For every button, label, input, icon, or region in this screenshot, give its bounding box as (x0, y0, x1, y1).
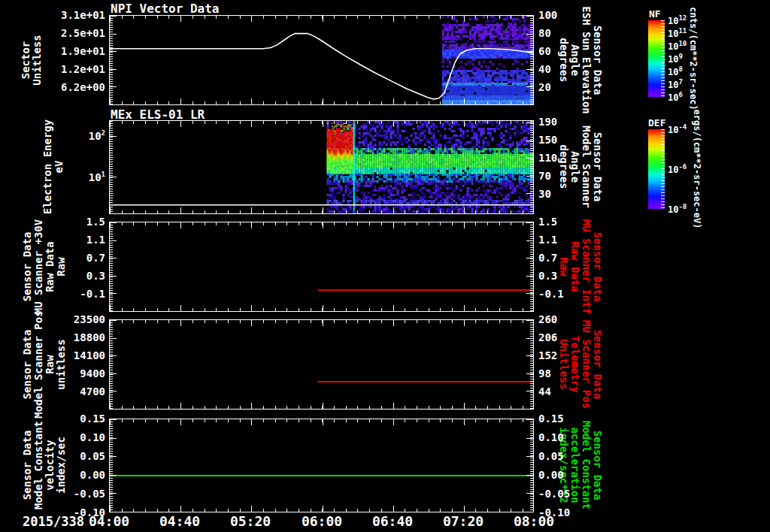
y-tick-label: 98 (538, 367, 551, 379)
y-tick-label: 0.00 (0, 469, 105, 481)
y-major-tick (526, 456, 533, 457)
y-tick-label: 0.15 (0, 413, 105, 425)
axis-tick-marks (110, 320, 113, 409)
axis-tick-marks (530, 16, 533, 104)
y-tick-label: 40 (538, 63, 551, 75)
y-tick-label: 3.1e+01 (0, 9, 105, 21)
axis-label-line: Sensor Data (592, 352, 603, 532)
y-major-tick (110, 391, 117, 391)
plot-panel-5 (109, 419, 534, 512)
y-major-tick (526, 320, 533, 321)
y-tick-label: 0.05 (0, 450, 105, 462)
y-major-tick (526, 438, 533, 439)
colorbar-tick-ruler (661, 20, 665, 97)
y-major-tick (110, 16, 117, 17)
colorbar-tick-label: 106 (668, 91, 683, 103)
axis-tick-marks (530, 419, 533, 512)
colorbar-def-unit: ergs/(cm**2-sr-sec-eV) (692, 56, 702, 282)
axis-tick-marks (110, 121, 113, 213)
y-major-tick (110, 276, 117, 277)
axis-tick-marks (110, 207, 533, 213)
y-major-tick (110, 69, 117, 70)
y-major-tick (110, 419, 117, 420)
axis-tick-marks (110, 16, 533, 22)
y-tick-label: 4700 (0, 385, 105, 397)
y-tick-label: 44 (538, 385, 551, 397)
y-major-tick (526, 193, 533, 194)
axis-tick-marks (110, 98, 533, 104)
axis-tick-marks (110, 419, 113, 512)
y-major-tick (110, 373, 117, 374)
y-tick-label: 0.7 (538, 252, 557, 264)
colorbar-tick-ruler (661, 129, 665, 209)
axis-label-line: Model Constant (581, 352, 592, 532)
axis-tick-marks (110, 222, 533, 228)
plot-figure: NPI Vector Data MEx ELS-01 LR 3.1e+012.5… (0, 0, 770, 532)
y-major-tick (110, 240, 117, 241)
y-major-tick (526, 258, 533, 258)
elevation-angle-curve (110, 16, 533, 104)
x-tick-label: 06:40 (362, 513, 423, 529)
y-major-tick (110, 51, 117, 52)
colorbar-def (648, 129, 665, 209)
y-tick-label: 70 (538, 170, 551, 182)
y-major-tick (526, 34, 533, 35)
axis-tick-marks (530, 222, 533, 311)
y-major-tick (526, 176, 533, 177)
y-tick-label: 1.1 (538, 234, 557, 246)
y-tick-label: -0.10 (0, 506, 105, 518)
y-tick-label: 110 (538, 152, 557, 164)
y-major-tick (526, 338, 533, 339)
y-tick-label: 0.05 (538, 450, 564, 462)
y-major-tick (526, 69, 533, 70)
y-tick-label: 1.2e+01 (0, 63, 105, 75)
x-tick-label: 05:20 (220, 513, 280, 529)
y-major-tick (526, 419, 533, 420)
colorbar-tick-label: 107 (668, 78, 683, 90)
y-tick-label: -0.05 (538, 488, 570, 500)
axis-tick-marks (110, 419, 533, 425)
colorbar-tick-label: 1012 (668, 14, 687, 26)
data-line-4 (318, 381, 533, 382)
colorbar-tick-label: 10-6 (668, 163, 687, 175)
colorbar-tick-label: 108 (668, 65, 683, 77)
y-tick-label: 1.1 (0, 234, 105, 246)
y-tick-label: 0.3 (0, 270, 105, 282)
y-tick-label: -0.10 (538, 506, 570, 518)
y-tick-label: 102 (0, 129, 105, 142)
colorbar-def-title: DEF (648, 117, 665, 128)
colorbar-tick-label: 10-4 (668, 123, 687, 135)
x-tick-label: 04:40 (150, 513, 210, 529)
plot-panel-4 (109, 319, 534, 410)
y-tick-label: 206 (538, 331, 557, 343)
axis-label-line: acceleration (569, 352, 581, 532)
y-tick-label: 0.15 (538, 413, 564, 425)
y-tick-label: 2.5e+01 (0, 27, 105, 39)
y-tick-label: 18800 (0, 331, 105, 343)
data-line-3 (318, 289, 533, 291)
plot-panel-3 (109, 222, 534, 312)
y-major-tick (110, 136, 117, 137)
y-major-tick (526, 86, 533, 87)
y-tick-label: -0.1 (0, 288, 105, 300)
axis-tick-marks (110, 403, 533, 409)
y-tick-label: 30 (538, 188, 551, 200)
y-major-tick (526, 141, 533, 141)
y-major-tick (110, 34, 117, 35)
y-major-tick (526, 240, 533, 241)
data-line-5 (110, 475, 533, 476)
y-tick-label: 80 (538, 27, 551, 39)
y-tick-label: 6.2e+00 (0, 81, 105, 93)
spectrogram-canvas (110, 121, 533, 213)
y-tick-label: 100 (538, 9, 557, 21)
y-tick-label: 0.10 (538, 431, 564, 443)
y-major-tick (110, 355, 117, 356)
y-major-tick (526, 222, 533, 223)
colorbar-tick-label: 10-8 (668, 203, 687, 215)
y-tick-label: -0.1 (538, 288, 564, 300)
y-tick-label: 1.9e+01 (0, 45, 105, 57)
y-major-tick (526, 391, 533, 391)
y-major-tick (526, 16, 533, 17)
y-major-tick (526, 355, 533, 356)
axis-tick-marks (110, 305, 533, 311)
